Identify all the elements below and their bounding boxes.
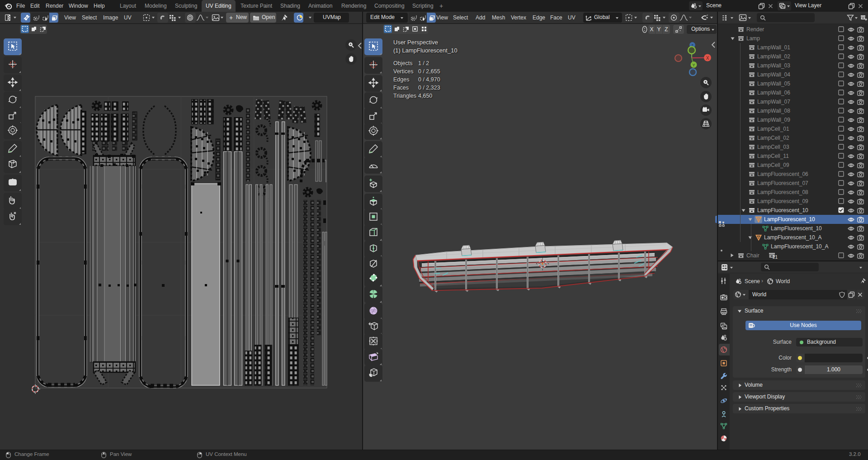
svg-text:Y: Y [692, 63, 695, 67]
svg-text:X: X [706, 56, 709, 61]
